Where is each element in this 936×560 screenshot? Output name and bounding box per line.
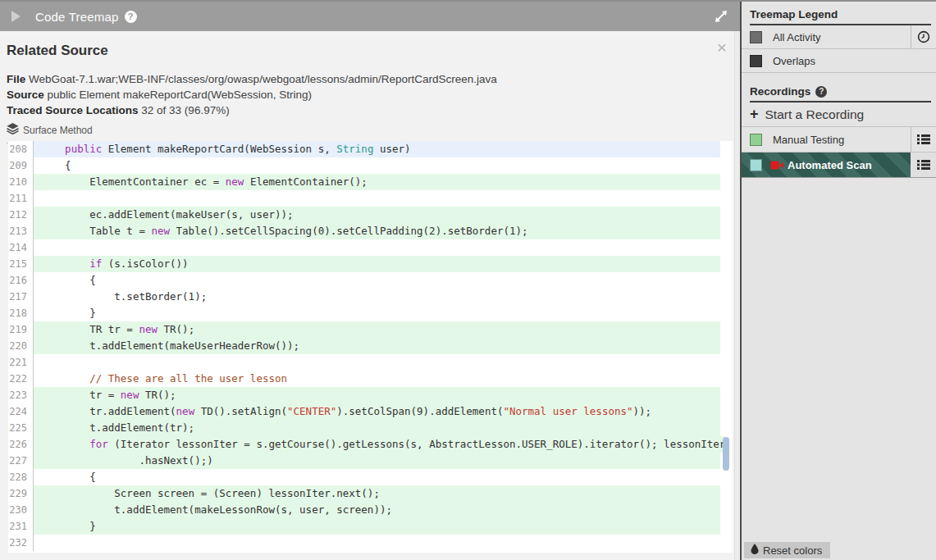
line-number: 224 xyxy=(8,403,34,420)
line-number: 214 xyxy=(8,239,34,256)
code-line: 227 .hasNext();) xyxy=(8,453,733,469)
code-line: 224 tr.addElement(new TD().setAlign("CEN… xyxy=(8,403,733,420)
line-code xyxy=(34,354,720,371)
line-number: 210 xyxy=(8,174,34,190)
code-line: 223 tr = new TR(); xyxy=(8,387,733,403)
line-number: 213 xyxy=(8,223,34,239)
line-code: Table t = new Table().setCellSpacing(0).… xyxy=(34,223,720,239)
line-code: t.setBorder(1); xyxy=(34,289,720,305)
code-line: 212 ec.addElement(makeUser(s, user)); xyxy=(8,207,733,223)
manual-testing-swatch xyxy=(750,134,762,146)
code-line: 217 t.setBorder(1); xyxy=(8,289,733,305)
help-icon[interactable]: ? xyxy=(125,11,137,23)
code-line: 222 // These are all the user lesson xyxy=(8,371,733,387)
code-line: 229 Screen screen = (Screen) lessonIter.… xyxy=(8,485,733,502)
list-icon xyxy=(917,159,930,171)
expand-diagonal-icon[interactable] xyxy=(714,9,728,24)
line-number: 229 xyxy=(8,485,34,502)
line-number: 222 xyxy=(8,371,34,387)
legend-title: Treemap Legend xyxy=(750,2,931,25)
line-number: 212 xyxy=(8,207,34,223)
automated-scan-menu-button[interactable] xyxy=(911,153,936,177)
line-code xyxy=(34,535,720,551)
legend-item-all-activity[interactable]: All Activity xyxy=(742,25,936,49)
line-code: tr = new TR(); xyxy=(34,387,720,403)
line-code: TR tr = new TR(); xyxy=(34,321,720,338)
app-window: Code Treemap ? × Related Source File Web… xyxy=(0,0,936,560)
line-code: } xyxy=(34,305,720,321)
plus-icon: + xyxy=(750,106,759,123)
automated-scan-swatch xyxy=(750,159,762,171)
file-label: File xyxy=(7,73,25,85)
code-line: 208 public Element makeReportCard(WebSes… xyxy=(8,141,733,157)
code-scrollbar-thumb[interactable] xyxy=(723,437,729,471)
code-line: 214 xyxy=(8,239,733,256)
line-code: t.addElement(makeLessonRow(s, user, scre… xyxy=(34,502,720,518)
automated-scan-label: Automated Scan xyxy=(788,159,872,171)
line-number: 209 xyxy=(8,157,34,174)
reset-colors-button[interactable]: Reset colors xyxy=(744,542,830,558)
main-panel: Code Treemap ? × Related Source File Web… xyxy=(0,2,740,560)
line-code xyxy=(34,190,720,207)
line-code: for (Iterator lessonIter = s.getCourse()… xyxy=(34,436,725,453)
line-code: Screen screen = (Screen) lessonIter.next… xyxy=(34,485,720,502)
code-line: 218 } xyxy=(8,305,733,321)
line-number: 230 xyxy=(8,502,34,518)
code-line: 221 xyxy=(8,354,733,371)
code-line: 230 t.addElement(makeLessonRow(s, user, … xyxy=(8,502,733,518)
related-source-panel: × Related Source File WebGoat-7.1.war;WE… xyxy=(0,31,740,560)
legend-item-overlaps[interactable]: Overlaps xyxy=(742,49,936,73)
file-line: File WebGoat-7.1.war;WEB-INF/classes/org… xyxy=(7,71,740,87)
code-line: 226 for (Iterator lessonIter = s.getCour… xyxy=(8,436,733,453)
code-line: 231 } xyxy=(8,518,733,535)
activity-time-button[interactable] xyxy=(911,25,936,48)
collapse-arrow-icon[interactable] xyxy=(11,11,21,22)
spacer xyxy=(742,73,936,79)
recording-automated-scan[interactable]: Automated Scan xyxy=(742,153,936,178)
code-viewer: 208 public Element makeReportCard(WebSes… xyxy=(8,141,733,553)
code-line: 209 { xyxy=(8,157,733,174)
line-code: tr.addElement(new TD().setAlign("CENTER"… xyxy=(34,403,720,420)
close-icon[interactable]: × xyxy=(717,41,727,54)
layers-icon xyxy=(7,123,19,137)
reset-colors-label: Reset colors xyxy=(763,544,822,557)
line-number: 231 xyxy=(8,518,34,535)
panel-scrollbar-track[interactable] xyxy=(734,31,740,560)
traced-line: Traced Source Locations 32 of 33 (96.97%… xyxy=(7,102,740,118)
manual-testing-menu-button[interactable] xyxy=(911,127,936,152)
line-code: { xyxy=(34,272,720,289)
code-line: 211 xyxy=(8,190,733,207)
recording-manual-testing[interactable]: Manual Testing xyxy=(742,127,936,153)
code-line: 219 TR tr = new TR(); xyxy=(8,321,733,338)
clock-icon xyxy=(917,30,930,43)
line-number: 223 xyxy=(8,387,34,403)
overlaps-label: Overlaps xyxy=(773,55,815,67)
surface-method-row: Surface Method xyxy=(7,123,740,137)
droplet-icon xyxy=(751,544,759,557)
line-code: public Element makeReportCard(WebSession… xyxy=(34,141,720,157)
line-number: 232 xyxy=(8,535,34,551)
recordings-help-icon[interactable]: ? xyxy=(815,86,827,98)
line-code: { xyxy=(34,469,720,485)
code-line: 220 t.addElement(makeUserHeaderRow()); xyxy=(8,338,733,354)
line-number: 221 xyxy=(8,354,34,371)
code-lines: 208 public Element makeReportCard(WebSes… xyxy=(8,141,733,551)
manual-testing-label: Manual Testing xyxy=(773,134,844,146)
overlaps-swatch xyxy=(750,55,762,67)
source-line: Source public Element makeReportCard(Web… xyxy=(7,87,740,102)
start-recording-button[interactable]: + Start a Recording xyxy=(742,102,936,127)
line-code: ec.addElement(makeUser(s, user)); xyxy=(34,207,720,223)
line-code: t.addElement(makeUserHeaderRow()); xyxy=(34,338,720,354)
video-camera-icon xyxy=(770,160,784,171)
line-code: { xyxy=(34,157,720,174)
all-activity-swatch xyxy=(750,31,762,43)
line-number: 225 xyxy=(8,420,34,436)
code-treemap-header: Code Treemap ? xyxy=(0,2,740,31)
code-line: 215 if (s.isColor()) xyxy=(8,256,733,272)
recordings-title-text: Recordings xyxy=(750,85,810,98)
line-code: if (s.isColor()) xyxy=(34,256,720,272)
code-line: 213 Table t = new Table().setCellSpacing… xyxy=(8,223,733,239)
line-number: 216 xyxy=(8,272,34,289)
treemap-title: Code Treemap xyxy=(35,10,119,24)
code-line: 232 xyxy=(8,535,733,551)
